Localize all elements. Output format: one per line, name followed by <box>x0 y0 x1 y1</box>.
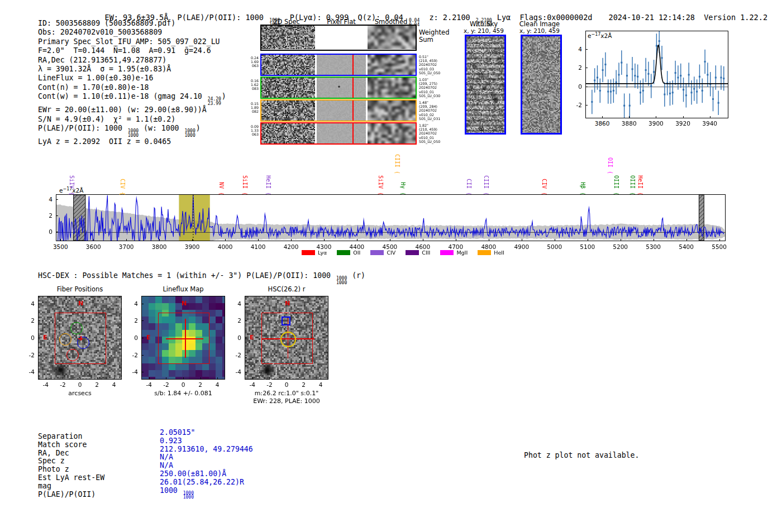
cutout-ytick: -4 <box>232 368 241 375</box>
cutout-ytick: 0 <box>232 334 241 341</box>
emission-line-label: OII ( <box>607 157 613 174</box>
emission-line-label: CIV { <box>120 179 126 195</box>
emission-line-label: HeII ( <box>637 175 643 195</box>
cutout-title: Fiber Positions <box>57 285 103 293</box>
match-row-label: Est LyA rest-EW <box>38 473 104 482</box>
cutout-xtick: -4 <box>250 381 255 388</box>
spec2d-2d-image <box>261 100 315 121</box>
info-line: Obs: 20240702v010_5003568809 <box>38 28 226 37</box>
legend-label: OII <box>353 250 360 256</box>
fit-plot-axes: e−17x2Å <box>585 31 728 118</box>
photz-note: Phot z plot not available. <box>524 451 639 459</box>
cutout-ytick: -2 <box>232 352 241 358</box>
legend-label: MgII <box>456 250 468 256</box>
spec2d-pixelflat-image <box>317 100 366 121</box>
legend-swatch <box>337 250 350 255</box>
emission-line-label: HeII ( <box>265 175 271 195</box>
cutout-ytick: 0 <box>129 334 138 341</box>
center-mark <box>80 336 82 341</box>
fit-plot-canvas <box>586 31 728 118</box>
fit-plot-xtick: 3920 <box>675 120 690 127</box>
spec2d-row-right-label: 1.48"(209, 284)20240702v010_02505_LU_031 <box>419 100 454 121</box>
spectrum-xtick: 4000 <box>218 243 233 250</box>
emission-line-label: CII ( <box>466 179 472 195</box>
spec2d-row <box>260 99 417 122</box>
spectrum-xtick: 5400 <box>679 243 694 250</box>
info-line: S/N = 4.9(±0.4) χ² = 1.1(±0.2) <box>38 115 226 124</box>
cutout-title: HSC(26.2) r <box>268 285 306 293</box>
spec2d-row-right-label: 1.82"(210, 459)20240702v010_01505_LU_050 <box>419 123 454 143</box>
spec2d-2d-image <box>261 55 315 75</box>
legend-label: CIV <box>387 250 395 256</box>
spectrum-canvas <box>56 195 725 241</box>
legend-label: HeII <box>494 250 504 256</box>
legend-swatch <box>406 250 419 255</box>
spectrum-ytick: 2 <box>45 212 53 219</box>
cutout-xtick: 0 <box>182 381 185 388</box>
compass-e: E <box>250 334 254 341</box>
spec2d-smoothed-image <box>368 123 416 143</box>
fit-plot-ytick: 2 <box>573 64 582 71</box>
stacked-fraction: 24.2023.99 <box>208 97 221 106</box>
cutout-ytick: 4 <box>26 300 35 307</box>
info-line: EWr = 20.00(±11.00) (w: 29.00(±8.90))Å <box>38 106 226 114</box>
legend-item: HeII <box>478 250 504 256</box>
cutout-xtick: -4 <box>43 381 49 388</box>
cutout-title: Lineflux Map <box>163 285 203 293</box>
compass-n: N <box>78 300 83 307</box>
legend-label: CIII <box>422 250 430 256</box>
info-line: LyA z = 2.2092 OII z = 0.0465 <box>38 137 226 146</box>
spectrum-xtick: 5100 <box>580 243 595 250</box>
cutout-ytick: 4 <box>232 300 241 307</box>
spec2d-redline <box>352 100 354 121</box>
fit-plot-xtick: 3940 <box>702 120 717 127</box>
cutout-subtitle: x, y: 210, 459 <box>464 27 504 34</box>
emission-line-label: Hγ ( <box>400 182 406 195</box>
cutout-xtick: 2 <box>198 381 202 388</box>
elixer-report-page: EW: 93.6±39.5Å P(LAE)/P(OII): 1000 10001… <box>0 0 782 532</box>
spectrum-xtick: 5500 <box>712 243 727 250</box>
emission-line-label: NV ( <box>218 182 225 195</box>
match-row-label: Separation <box>38 432 82 440</box>
cutout-ytick: 2 <box>232 317 241 324</box>
info-line: F=2.0" T=0.144 N̄=1.08 A=0.91 ḡ=24.6 <box>38 46 226 55</box>
cutout-ytick: -4 <box>129 368 138 375</box>
spectrum-xtick: 3700 <box>119 243 134 250</box>
match-row-label: Photo z <box>38 465 69 473</box>
cutout-xtick: -2 <box>266 381 272 388</box>
crosshair-h <box>166 338 203 339</box>
cutout-title: Clean Image <box>519 20 560 28</box>
spec2d-2d-image <box>261 26 315 49</box>
emission-line-label: CIII ( <box>483 175 489 195</box>
cutout-xtick: 4 <box>319 381 323 388</box>
spec2d-row-left-label: 0.091.33063 <box>246 124 259 137</box>
cutout-xtick: 0 <box>78 381 82 388</box>
compass-n: N <box>182 300 187 307</box>
spec2d-row <box>260 76 417 99</box>
legend-item: OII <box>337 250 360 256</box>
spec2d-row <box>260 25 417 51</box>
spectrum-xtick: 5200 <box>613 243 628 250</box>
cutout-xtick: -2 <box>60 381 65 388</box>
match-row-value: 1000 10001000 <box>160 486 194 500</box>
info-line: λ = 3901.32Å σ = 1.95(±0.83)Å <box>38 65 226 74</box>
fiber-circle <box>66 349 79 361</box>
stacked-fraction: 10001000 <box>128 129 139 137</box>
match-row-value: N/A <box>160 453 173 461</box>
legend-item: Lyα <box>302 250 327 256</box>
spec2d-pixelflat-image <box>317 123 366 143</box>
legend-swatch <box>440 250 454 255</box>
spectrum-xtick: 3600 <box>86 243 101 250</box>
legend-swatch <box>478 250 491 255</box>
fit-plot-xtick: 3860 <box>595 120 610 127</box>
legend-item: CIV <box>370 250 395 256</box>
match-row-value: 212.913610, 49.279446 <box>160 445 253 453</box>
spec2d-redline <box>352 78 354 98</box>
clean-image-box <box>521 35 562 135</box>
match-row-value: N/A <box>160 461 173 469</box>
spectrum-xtick: 5000 <box>547 243 562 250</box>
spectrum-xtick: 3900 <box>185 243 200 250</box>
spec2d-smoothed-image <box>368 78 416 98</box>
spec2d-redline <box>352 123 354 143</box>
fiber-circle <box>70 322 83 334</box>
